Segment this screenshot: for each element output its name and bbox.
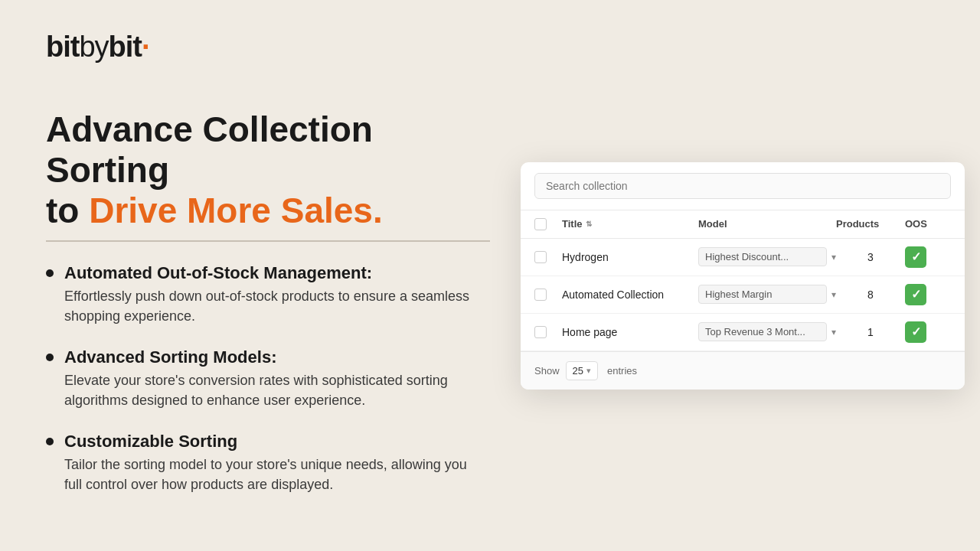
feature-content-2: Advanced Sorting Models: Elevate your st… — [64, 347, 475, 410]
left-panel: bitbybit· Advance Collection Sorting to … — [0, 0, 513, 551]
feature-item-2: Advanced Sorting Models: Elevate your st… — [46, 347, 475, 410]
row2-oos-badge[interactable]: ✓ — [905, 284, 926, 305]
table-card: Title ⇅ Model Products OOS Hydrogen High… — [521, 162, 965, 390]
logo-text: bitbybit· — [46, 31, 149, 63]
feature-desc-1: Effortlessly push down out-of-stock prod… — [64, 286, 475, 326]
divider — [46, 240, 490, 242]
show-label: Show — [534, 365, 560, 377]
feature-title-2: Advanced Sorting Models: — [64, 347, 475, 367]
row2-model-cell: Highest Margin ▾ — [698, 285, 836, 304]
entries-select[interactable]: 25 ▾ — [566, 361, 598, 380]
logo-bit2: bit — [109, 31, 142, 63]
th-model: Model — [698, 218, 836, 230]
logo-by: by — [79, 31, 108, 63]
logo-bit1: bit — [46, 31, 79, 63]
sort-icon-title: ⇅ — [586, 220, 592, 228]
row1-checkbox[interactable] — [534, 251, 547, 263]
search-bar — [521, 162, 965, 210]
feature-title-3: Customizable Sorting — [64, 432, 475, 452]
bullet-3 — [46, 438, 54, 445]
th-title: Title ⇅ — [562, 218, 698, 230]
row2-title: Automated Collection — [562, 289, 698, 301]
logo-dot: · — [142, 31, 149, 63]
bullet-1 — [46, 269, 54, 277]
row1-model-label: Highest Discount... — [698, 247, 827, 266]
row3-oos-badge[interactable]: ✓ — [905, 321, 926, 343]
row3-oos-check: ✓ — [911, 324, 921, 339]
row1-products: 3 — [836, 251, 905, 263]
entries-value: 25 — [573, 365, 583, 377]
headline-line2-plain: to — [46, 191, 89, 230]
feature-content-1: Automated Out-of-Stock Management: Effor… — [64, 263, 475, 326]
headline-line1: Advance Collection Sorting — [46, 109, 373, 190]
row3-title: Home page — [562, 326, 698, 338]
feature-content-3: Customizable Sorting Tailor the sorting … — [64, 432, 475, 494]
feature-item-3: Customizable Sorting Tailor the sorting … — [46, 432, 475, 494]
row1-title: Hydrogen — [562, 251, 698, 263]
right-panel: Title ⇅ Model Products OOS Hydrogen High… — [513, 0, 980, 551]
headline: Advance Collection Sorting to Drive More… — [46, 109, 475, 231]
row3-model-cell: Top Revenue 3 Mont... ▾ — [698, 322, 836, 341]
features-list: Automated Out-of-Stock Management: Effor… — [46, 263, 475, 495]
table-row: Automated Collection Highest Margin ▾ 8 … — [521, 276, 965, 314]
header-checkbox[interactable] — [534, 218, 547, 230]
table-header: Title ⇅ Model Products OOS — [521, 210, 965, 239]
row3-checkbox[interactable] — [534, 326, 547, 338]
row2-checkbox[interactable] — [534, 289, 547, 301]
feature-desc-2: Elevate your store's conversion rates wi… — [64, 370, 475, 410]
row2-model-label: Highest Margin — [698, 285, 827, 304]
entries-chevron-icon: ▾ — [586, 366, 591, 376]
row3-model-label: Top Revenue 3 Mont... — [698, 322, 827, 341]
row1-oos-badge[interactable]: ✓ — [905, 246, 926, 268]
row2-products: 8 — [836, 289, 905, 301]
row3-products: 1 — [836, 326, 905, 338]
logo: bitbybit· — [46, 31, 475, 64]
feature-title-1: Automated Out-of-Stock Management: — [64, 263, 475, 283]
row1-oos-check: ✓ — [911, 249, 921, 264]
th-oos: OOS — [905, 218, 951, 230]
feature-desc-3: Tailor the sorting model to your store's… — [64, 455, 475, 494]
headline-line2-orange: Drive More Sales. — [89, 191, 383, 230]
table-footer: Show 25 ▾ entries — [521, 351, 965, 390]
table-row: Home page Top Revenue 3 Mont... ▾ 1 ✓ — [521, 314, 965, 351]
entries-label: entries — [607, 365, 637, 377]
feature-item-1: Automated Out-of-Stock Management: Effor… — [46, 263, 475, 326]
search-input[interactable] — [534, 173, 951, 199]
row1-model-cell: Highest Discount... ▾ — [698, 247, 836, 266]
table-row: Hydrogen Highest Discount... ▾ 3 ✓ — [521, 239, 965, 276]
th-products: Products — [836, 218, 905, 230]
bullet-2 — [46, 354, 54, 361]
row2-oos-check: ✓ — [911, 287, 921, 302]
